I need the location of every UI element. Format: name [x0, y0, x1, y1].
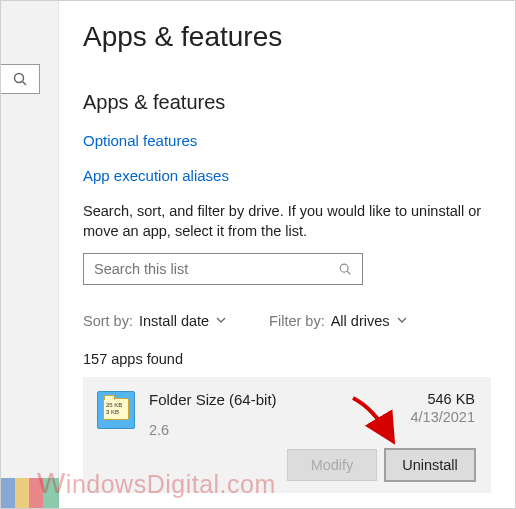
sort-value: Install date — [139, 313, 209, 329]
svg-point-2 — [340, 264, 348, 272]
modify-button: Modify — [287, 449, 377, 481]
search-list-field[interactable] — [83, 253, 363, 285]
app-name: Folder Size (64-bit) — [149, 391, 410, 408]
page-title: Apps & features — [83, 21, 491, 53]
svg-line-3 — [347, 271, 350, 274]
search-input[interactable] — [94, 261, 338, 277]
chevron-down-icon — [396, 314, 408, 326]
optional-features-link[interactable]: Optional features — [83, 132, 491, 149]
sidebar-strip — [1, 1, 59, 508]
filter-by-dropdown[interactable]: Filter by: All drives — [269, 313, 407, 329]
description-text: Search, sort, and filter by drive. If yo… — [83, 202, 491, 241]
app-date: 4/13/2021 — [410, 409, 475, 425]
section-title: Apps & features — [83, 91, 491, 114]
watermark: WindowsDigital.com — [37, 466, 276, 500]
app-count: 157 apps found — [83, 351, 491, 367]
uninstall-button[interactable]: Uninstall — [385, 449, 475, 481]
sidebar-search-button[interactable] — [0, 64, 40, 94]
app-size: 546 KB — [410, 391, 475, 407]
filter-label: Filter by: — [269, 313, 325, 329]
chevron-down-icon — [215, 314, 227, 326]
app-version: 2.6 — [149, 422, 410, 438]
main-content: Apps & features Apps & features Optional… — [59, 1, 515, 508]
sort-label: Sort by: — [83, 313, 133, 329]
svg-line-1 — [23, 82, 27, 86]
app-execution-aliases-link[interactable]: App execution aliases — [83, 167, 491, 184]
search-icon — [12, 71, 28, 87]
filter-value: All drives — [331, 313, 390, 329]
sort-by-dropdown[interactable]: Sort by: Install date — [83, 313, 227, 329]
search-icon — [338, 262, 352, 276]
app-icon: 25 KB3 KB — [97, 391, 135, 429]
svg-point-0 — [15, 74, 24, 83]
